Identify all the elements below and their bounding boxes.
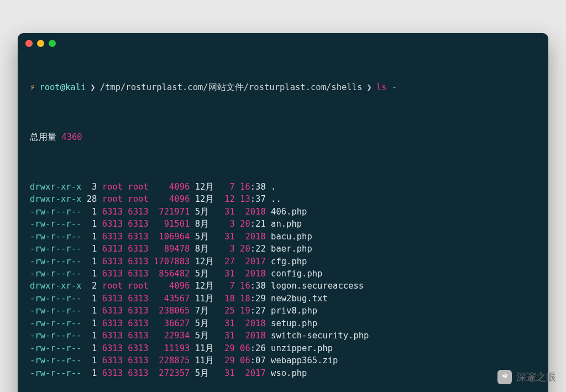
day: 7 — [224, 182, 235, 192]
bolt-icon: ⚡ — [30, 81, 35, 93]
month: 5月 — [195, 269, 219, 279]
filename: switch-security.php — [271, 331, 369, 341]
size: 1707883 — [154, 257, 190, 266]
time-year: 06:07 — [240, 356, 266, 365]
month: 11月 — [195, 294, 219, 304]
permissions: -rw-r--r-- — [30, 244, 81, 254]
day: 18 — [224, 294, 235, 304]
time-year: 16:38 — [240, 182, 266, 192]
terminal-body[interactable]: ⚡ root@kali ❯ /tmp/rosturplast.com/网站文件/… — [18, 53, 548, 392]
size: 856482 — [154, 269, 190, 279]
day: 31 — [224, 269, 235, 279]
month: 11月 — [195, 343, 219, 353]
terminal-window: ⚡ root@kali ❯ /tmp/rosturplast.com/网站文件/… — [18, 33, 548, 392]
owner: 6313 — [102, 294, 123, 304]
listing-row: -rw-r--r-- 1 6313 6313 228875 11月 29 06:… — [30, 354, 536, 367]
group: 6313 — [128, 269, 148, 279]
owner: 6313 — [102, 356, 123, 365]
link-count: 1 — [87, 331, 97, 341]
time-year: 16:38 — [240, 281, 266, 291]
month: 5月 — [195, 318, 219, 328]
filename: priv8.php — [271, 306, 317, 316]
size: 43567 — [154, 294, 190, 304]
month: 11月 — [195, 356, 219, 365]
listing-row: drwxr-xr-x 2 root root 4096 12月 7 16:38 … — [30, 280, 536, 292]
filename: an.php — [271, 219, 302, 229]
permissions: -rw-r--r-- — [30, 257, 81, 266]
size: 91501 — [154, 219, 190, 229]
size: 228875 — [154, 356, 190, 365]
time-year: 2018 — [240, 331, 266, 341]
watermark-icon: ༄ — [497, 370, 512, 384]
listing-row: -rw-r--r-- 1 6313 6313 36627 5月 31 2018 … — [30, 317, 536, 330]
watermark-text: 深邃之眼 — [516, 370, 556, 384]
listing-row: -rw-r--r-- 1 6313 6313 22934 5月 31 2018 … — [30, 330, 536, 342]
day: 27 — [224, 257, 235, 266]
owner: 6313 — [102, 244, 123, 254]
month: 8月 — [195, 219, 219, 229]
group: root — [128, 194, 148, 204]
time-year: 2017 — [240, 257, 266, 266]
group: root — [128, 182, 148, 192]
permissions: -rw-r--r-- — [30, 368, 81, 378]
month: 5月 — [195, 331, 219, 341]
owner: 6313 — [102, 232, 123, 242]
time-year: 2018 — [240, 318, 266, 328]
link-count: 3 — [87, 182, 97, 192]
prompt-path: /tmp/rosturplast.com/网站文件/rosturplast.co… — [100, 81, 363, 93]
time-year: 19:27 — [240, 306, 266, 316]
total-label: 总用量 — [30, 132, 56, 142]
link-count: 1 — [87, 368, 97, 378]
month: 12月 — [195, 182, 219, 192]
filename: webapp365.zip — [271, 356, 338, 365]
permissions: -rw-r--r-- — [30, 306, 81, 316]
owner: 6313 — [102, 257, 123, 266]
owner: root — [102, 281, 123, 291]
time-year: 20:21 — [240, 219, 266, 229]
time-year: 2018 — [240, 269, 266, 279]
permissions: -rw-r--r-- — [30, 331, 81, 341]
permissions: drwxr-xr-x — [30, 281, 81, 291]
filename: setup.php — [271, 318, 317, 328]
maximize-icon[interactable] — [49, 40, 56, 47]
link-count: 1 — [87, 207, 97, 217]
owner: root — [102, 194, 123, 204]
size: 4096 — [154, 281, 190, 291]
prompt-line: ⚡ root@kali ❯ /tmp/rosturplast.com/网站文件/… — [30, 81, 536, 93]
prompt-command: ls — [376, 81, 387, 93]
group: 6313 — [128, 368, 148, 378]
link-count: 1 — [87, 269, 97, 279]
day: 3 — [224, 244, 235, 254]
link-count: 1 — [87, 232, 97, 242]
listing-row: -rw-r--r-- 1 6313 6313 856482 5月 31 2018… — [30, 268, 536, 280]
month: 5月 — [195, 232, 219, 242]
time-year: 2018 — [240, 232, 266, 242]
time-year: 2017 — [240, 368, 266, 378]
month: 5月 — [195, 368, 219, 378]
link-count: 1 — [87, 244, 97, 254]
day: 31 — [224, 368, 235, 378]
listing-row: -rw-r--r-- 1 6313 6313 89478 8月 3 20:22 … — [30, 243, 536, 255]
file-listing: drwxr-xr-x 3 root root 4096 12月 7 16:38 … — [30, 181, 536, 380]
group: 6313 — [128, 232, 148, 242]
owner: 6313 — [102, 368, 123, 378]
permissions: -rw-r--r-- — [30, 219, 81, 229]
prompt-separator-2: ❯ — [366, 81, 371, 93]
close-icon[interactable] — [25, 40, 33, 47]
link-count: 1 — [87, 306, 97, 316]
link-count: 1 — [87, 294, 97, 304]
listing-row: -rw-r--r-- 1 6313 6313 272357 5月 31 2017… — [30, 367, 536, 379]
time-year: 13:37 — [240, 194, 266, 204]
permissions: -rw-r--r-- — [30, 232, 81, 242]
day: 12 — [224, 194, 235, 204]
size: 106964 — [154, 232, 190, 242]
time-year: 20:22 — [240, 244, 266, 254]
filename: logon.secureaccess — [271, 281, 364, 291]
month: 12月 — [195, 257, 219, 266]
group: 6313 — [128, 356, 148, 365]
permissions: -rw-r--r-- — [30, 207, 81, 217]
size: 4096 — [154, 194, 190, 204]
minimize-icon[interactable] — [37, 40, 44, 47]
day: 31 — [224, 331, 235, 341]
group: 6313 — [128, 306, 148, 316]
